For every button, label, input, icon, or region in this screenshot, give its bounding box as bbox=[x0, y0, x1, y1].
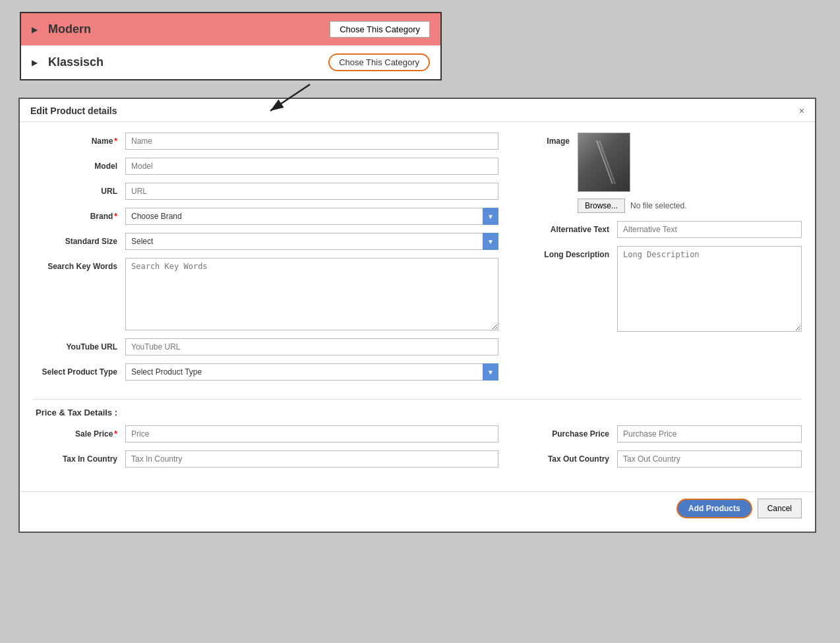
tax-out-label: Tax Out Country bbox=[525, 450, 617, 464]
price-form-columns: Sale Price* Tax In Country Purchase Pric… bbox=[33, 425, 802, 475]
model-row: Model bbox=[33, 158, 498, 175]
purchase-price-label: Purchase Price bbox=[525, 425, 617, 439]
sale-price-label: Sale Price* bbox=[33, 425, 125, 439]
chose-category-btn-klassisch[interactable]: Chose This Category bbox=[328, 53, 430, 71]
edit-product-modal: Edit Product details × Name* Model bbox=[18, 98, 816, 533]
alt-text-label: Alternative Text bbox=[525, 221, 617, 234]
category-name-klassisch: Klassisch bbox=[48, 55, 320, 69]
brand-row: Brand* Choose Brand bbox=[33, 208, 498, 225]
arrow-icon-modern: ▶ bbox=[32, 25, 38, 34]
section-divider bbox=[33, 399, 802, 400]
brand-select[interactable]: Choose Brand bbox=[125, 208, 498, 225]
url-label: URL bbox=[33, 183, 125, 196]
model-input[interactable] bbox=[125, 158, 498, 175]
long-desc-label: Long Description bbox=[525, 246, 617, 259]
category-item-modern: ▶ Modern Chose This Category bbox=[21, 13, 440, 46]
brand-label: Brand* bbox=[33, 208, 125, 221]
search-keywords-row: Search Key Words bbox=[33, 258, 498, 330]
sale-price-input[interactable] bbox=[125, 425, 498, 443]
name-input[interactable] bbox=[125, 133, 498, 150]
tax-in-label: Tax In Country bbox=[33, 450, 125, 464]
purchase-price-input[interactable] bbox=[617, 425, 802, 443]
search-keywords-input[interactable] bbox=[125, 258, 498, 330]
tax-in-row: Tax In Country bbox=[33, 450, 498, 468]
modal-footer: Add Products Cancel bbox=[20, 491, 815, 518]
alt-text-input[interactable] bbox=[617, 221, 802, 238]
url-input[interactable] bbox=[125, 183, 498, 200]
tax-out-row: Tax Out Country bbox=[525, 450, 802, 468]
brand-select-wrapper: Choose Brand bbox=[125, 208, 498, 225]
browse-btn[interactable]: Browse... bbox=[578, 199, 625, 213]
modal-body: Name* Model URL Brand* bbox=[20, 122, 815, 486]
product-image bbox=[578, 133, 630, 192]
arrow-icon-klassisch: ▶ bbox=[32, 58, 38, 67]
sale-price-row: Sale Price* bbox=[33, 425, 498, 443]
product-type-row: Select Product Type Select Product Type bbox=[33, 363, 498, 381]
standard-size-select-wrapper: Select bbox=[125, 233, 498, 250]
image-row: Image bbox=[525, 133, 802, 192]
purchase-price-row: Purchase Price bbox=[525, 425, 802, 443]
product-type-select-wrapper: Select Product Type bbox=[125, 363, 498, 381]
price-section-title: Price & Tax Details : bbox=[33, 408, 802, 417]
cancel-btn[interactable]: Cancel bbox=[758, 499, 802, 518]
name-row: Name* bbox=[33, 133, 498, 150]
model-label: Model bbox=[33, 158, 125, 171]
annotation-arrow bbox=[264, 78, 316, 117]
category-item-klassisch: ▶ Klassisch Chose This Category bbox=[21, 46, 440, 79]
price-form-right: Purchase Price Tax Out Country bbox=[525, 425, 802, 475]
form-columns: Name* Model URL Brand* bbox=[33, 133, 802, 388]
url-row: URL bbox=[33, 183, 498, 200]
name-label: Name* bbox=[33, 133, 125, 146]
standard-size-row: Standard Size Select bbox=[33, 233, 498, 250]
youtube-url-label: YouTube URL bbox=[33, 338, 125, 352]
svg-line-1 bbox=[270, 84, 310, 111]
form-right: Image Browse... No file selected. Altern… bbox=[525, 133, 802, 388]
form-left: Name* Model URL Brand* bbox=[33, 133, 498, 388]
chose-category-btn-modern[interactable]: Chose This Category bbox=[330, 21, 430, 38]
price-form-left: Sale Price* Tax In Country bbox=[33, 425, 498, 475]
product-type-select[interactable]: Select Product Type bbox=[125, 363, 498, 381]
search-keywords-label: Search Key Words bbox=[33, 258, 125, 271]
standard-size-label: Standard Size bbox=[33, 233, 125, 246]
tax-in-input[interactable] bbox=[125, 450, 498, 468]
add-products-btn[interactable]: Add Products bbox=[676, 499, 752, 518]
browse-row: Browse... No file selected. bbox=[525, 199, 802, 213]
product-type-label: Select Product Type bbox=[33, 363, 125, 377]
long-desc-input[interactable] bbox=[617, 246, 802, 332]
modal-title: Edit Product details bbox=[30, 106, 117, 116]
tax-out-input[interactable] bbox=[617, 450, 802, 468]
standard-size-select[interactable]: Select bbox=[125, 233, 498, 250]
no-file-text: No file selected. bbox=[630, 201, 686, 210]
image-label: Image bbox=[525, 133, 578, 146]
youtube-url-input[interactable] bbox=[125, 338, 498, 355]
alt-text-row: Alternative Text bbox=[525, 221, 802, 238]
category-panel: ▶ Modern Chose This Category ▶ Klassisch… bbox=[20, 12, 442, 80]
modal-close-btn[interactable]: × bbox=[799, 106, 804, 116]
long-desc-row: Long Description bbox=[525, 246, 802, 332]
youtube-url-row: YouTube URL bbox=[33, 338, 498, 355]
category-name-modern: Modern bbox=[48, 22, 322, 36]
modal-header: Edit Product details × bbox=[20, 99, 815, 122]
